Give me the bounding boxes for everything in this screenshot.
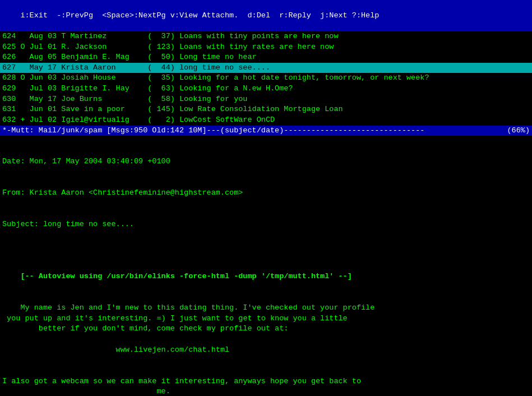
email-from: From: Krista Aaron <Christinefeminine@hi… <box>2 188 530 199</box>
mutt-status-pct: (66%) <box>507 126 530 136</box>
mutt-status-text: *-Mutt: Mail/junk/spam [Msgs:950 Old:142… <box>2 126 424 136</box>
mutt-status-bar: *-Mutt: Mail/junk/spam [Msgs:950 Old:142… <box>0 126 532 136</box>
toolbar-text: i:Exit -:PrevPg <Space>:NextPg v:View At… <box>20 11 379 20</box>
email-row[interactable]: 626 Aug 05 Benjamin E. Mag ( 50) Long ti… <box>0 52 532 63</box>
email-row[interactable]: 628 O Jun 03 Josiah House ( 35) Looking … <box>0 73 532 84</box>
autoview-line: [-- Autoview using /usr/bin/elinks -forc… <box>0 261 532 293</box>
body-para2: I also got a webcam so we can make it in… <box>2 377 361 397</box>
email-subject: Subject: long time no see.... <box>2 219 530 230</box>
terminal-screen: i:Exit -:PrevPg <Space>:NextPg v:View At… <box>0 0 532 396</box>
body-para1: My name is Jen and I'm new to this datin… <box>2 303 374 333</box>
email-row[interactable]: 630 May 17 Joe Burns ( 58) Looking for y… <box>0 94 532 105</box>
email-row[interactable]: 629 Jul 03 Brigitte I. Hay ( 63) Looking… <box>0 84 532 94</box>
email-header: Date: Mon, 17 May 2004 03:40:09 +0100 Fr… <box>0 136 532 251</box>
email-body: My name is Jen and I'm new to this datin… <box>0 293 532 397</box>
autoview-text: [-- Autoview using /usr/bin/elinks -forc… <box>20 272 351 280</box>
top-toolbar: i:Exit -:PrevPg <Space>:NextPg v:View At… <box>0 0 532 31</box>
email-row[interactable]: 632 + Jul 02 Igiel@virtualig ( 2) LowCos… <box>0 115 532 126</box>
header-spacer <box>0 251 532 261</box>
email-row[interactable]: 631 Jun 01 Save in a poor ( 145) Low Rat… <box>0 104 532 115</box>
email-list[interactable]: 624 Aug 03 T Martinez ( 37) Loans with t… <box>0 31 532 126</box>
email-date: Date: Mon, 17 May 2004 03:40:09 +0100 <box>2 156 530 167</box>
body-url: www.livejen.com/chat.html <box>2 346 229 354</box>
email-row[interactable]: 627 May 17 Krista Aaron ( 44) long time … <box>0 63 532 73</box>
email-row[interactable]: 624 Aug 03 T Martinez ( 37) Loans with t… <box>0 31 532 42</box>
email-row[interactable]: 625 O Jul 01 R. Jackson ( 123) Loans wit… <box>0 42 532 53</box>
